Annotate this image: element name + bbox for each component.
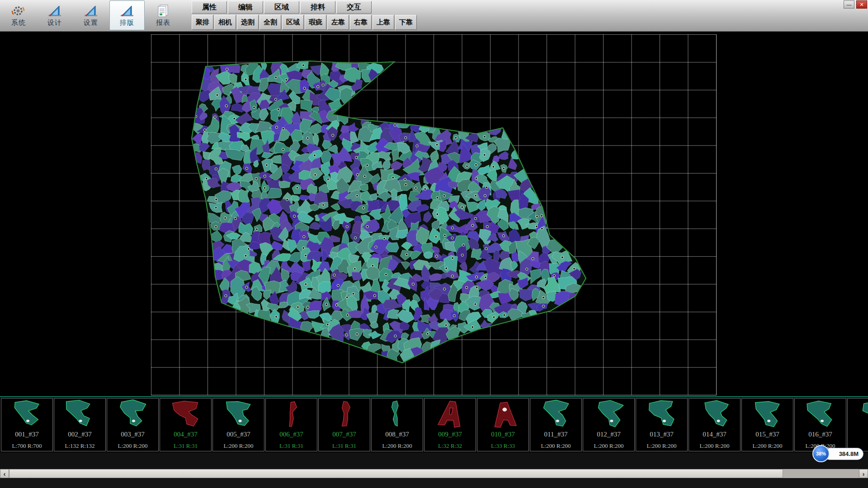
piece-thumbnail-17[interactable] — [847, 398, 868, 451]
nesting-canvas[interactable] — [0, 32, 868, 396]
tool-button-6[interactable]: 左靠 — [327, 15, 349, 30]
report-icon — [156, 4, 170, 18]
piece-thumbnail-14[interactable]: 014_#37L:200 R:200 — [689, 398, 741, 451]
leather-hide-layout — [0, 32, 868, 396]
toolbar-area: 系统设计设置排版报表 属性编辑区域排料交互 聚排相机选割全割区域瑕疵左靠右靠上靠… — [0, 0, 868, 32]
piece-thumbnail-16[interactable]: 016_#37L:200 R:200 — [794, 398, 846, 451]
tool-button-1[interactable]: 相机 — [214, 15, 236, 30]
piece-lr-count: L:33 R:33 — [491, 442, 515, 450]
app-toolbar-label: 排版 — [120, 19, 134, 27]
tool-button-8[interactable]: 上靠 — [373, 15, 394, 30]
piece-shape — [267, 399, 316, 430]
tool-button-0[interactable]: 聚排 — [192, 15, 213, 30]
piece-thumbnail-11[interactable]: 011_#37L:200 R:200 — [530, 398, 582, 451]
piece-thumbnail-2[interactable]: 002_#37L:132 R:132 — [54, 398, 106, 451]
progress-percent-badge: 38% — [812, 445, 830, 462]
app-toolbar-label: 设置 — [84, 19, 98, 27]
menu-tab-3[interactable]: 排料 — [300, 1, 335, 14]
app-toolbar: 系统设计设置排版报表 — [1, 0, 182, 31]
piece-label: 014_#37 — [703, 431, 726, 438]
scroll-left-arrow[interactable]: ‹ — [0, 469, 9, 478]
tool-button-3[interactable]: 全割 — [259, 15, 281, 30]
piece-lr-count: L:200 R:200 — [118, 442, 147, 450]
piece-label: 010_#37 — [491, 431, 515, 438]
piece-thumbnail-12[interactable]: 012_#37L:200 R:200 — [583, 398, 635, 451]
piece-lr-count: L:200 R:200 — [752, 442, 782, 450]
settings-icon — [84, 4, 98, 18]
piece-thumbnail-10[interactable]: 010_#37L:33 R:33 — [477, 398, 529, 451]
pieces-panel: 001_#37L:700 R:700002_#37L:132 R:132003_… — [0, 396, 868, 452]
piece-thumbnail-5[interactable]: 005_#37L:200 R:200 — [212, 398, 264, 451]
window-controls: — ✕ — [844, 0, 867, 9]
menu-area: 属性编辑区域排料交互 聚排相机选割全割区域瑕疵左靠右靠上靠下靠 — [192, 0, 418, 30]
piece-lr-count: L:200 R:200 — [646, 442, 676, 450]
piece-label: 007_#37 — [332, 431, 356, 438]
menu-tab-0[interactable]: 属性 — [192, 1, 227, 14]
scrollbar-thumb[interactable] — [9, 469, 783, 478]
piece-lr-count: L:700 R:700 — [12, 442, 42, 450]
piece-label: 006_#37 — [279, 431, 303, 438]
piece-shape — [320, 399, 369, 430]
piece-thumbnail-15[interactable]: 015_#37L:200 R:200 — [741, 398, 793, 451]
piece-thumbnail-4[interactable]: 004_#37L:31 R:31 — [160, 398, 212, 451]
piece-label: 003_#37 — [121, 431, 145, 438]
piece-thumbnail-9[interactable]: 009_#37L:32 R:32 — [424, 398, 476, 451]
app-toolbar-settings[interactable]: 设置 — [73, 0, 108, 30]
piece-thumbnail-7[interactable]: 007_#37L:31 R:31 — [318, 398, 370, 451]
piece-shape — [108, 399, 157, 430]
design-icon — [47, 4, 62, 18]
menu-tab-2[interactable]: 区域 — [264, 1, 299, 14]
piece-thumbnail-3[interactable]: 003_#37L:200 R:200 — [107, 398, 159, 451]
piece-lr-count: L:31 R:31 — [174, 442, 198, 450]
piece-thumbnail-6[interactable]: 006_#37L:31 R:31 — [265, 398, 317, 451]
bottom-strip — [0, 478, 868, 488]
piece-shape — [56, 399, 104, 430]
app-toolbar-gear[interactable]: 系统 — [1, 0, 36, 30]
app-toolbar-nesting[interactable]: 排版 — [109, 0, 145, 30]
piece-shape — [479, 399, 528, 430]
piece-lr-count: L:32 R:32 — [438, 442, 462, 450]
piece-label: 012_#37 — [597, 431, 621, 438]
piece-lr-count: L:31 R:31 — [279, 442, 303, 450]
horizontal-scrollbar[interactable]: ‹ › — [0, 469, 868, 478]
menu-tab-1[interactable]: 编辑 — [228, 1, 263, 14]
tool-button-4[interactable]: 区域 — [282, 15, 304, 30]
app-toolbar-label: 报表 — [156, 19, 170, 27]
app-toolbar-label: 系统 — [11, 19, 26, 27]
piece-label: 013_#37 — [650, 431, 674, 438]
piece-lr-count: L:200 R:200 — [699, 442, 729, 450]
piece-thumbnail-8[interactable]: 008_#37L:200 R:200 — [371, 398, 423, 451]
piece-shape — [690, 399, 739, 430]
tool-button-2[interactable]: 选割 — [237, 15, 259, 30]
piece-shape — [637, 399, 686, 430]
nesting-icon — [120, 4, 134, 18]
piece-thumbnail-1[interactable]: 001_#37L:700 R:700 — [1, 398, 53, 451]
piece-lr-count: L:200 R:200 — [594, 442, 623, 450]
piece-lr-count: L:200 R:200 — [382, 442, 412, 450]
app-toolbar-report[interactable]: 报表 — [146, 0, 181, 30]
gear-icon — [11, 4, 26, 18]
piece-shape — [373, 399, 422, 430]
menu-tab-bar: 属性编辑区域排料交互 — [192, 1, 418, 14]
minimize-button[interactable]: — — [844, 0, 854, 9]
close-button[interactable]: ✕ — [856, 0, 867, 9]
piece-thumbnail-13[interactable]: 013_#37L:200 R:200 — [636, 398, 688, 451]
tool-button-9[interactable]: 下靠 — [395, 15, 417, 30]
piece-label: 001_#37 — [15, 431, 39, 438]
piece-shape — [532, 399, 580, 430]
menu-tab-4[interactable]: 交互 — [336, 1, 372, 14]
app-toolbar-design[interactable]: 设计 — [37, 0, 72, 30]
memory-usage: 384.8M — [824, 448, 863, 460]
piece-label: 016_#37 — [808, 431, 832, 438]
app-window: 系统设计设置排版报表 属性编辑区域排料交互 聚排相机选割全割区域瑕疵左靠右靠上靠… — [0, 0, 868, 488]
piece-shape — [585, 399, 633, 430]
piece-label: 011_#37 — [544, 431, 568, 438]
tool-button-5[interactable]: 瑕疵 — [305, 15, 326, 30]
tool-button-7[interactable]: 右靠 — [350, 15, 372, 30]
piece-lr-count: L:132 R:132 — [65, 442, 94, 450]
piece-shape — [214, 399, 263, 430]
piece-shape — [796, 399, 845, 430]
piece-label: 004_#37 — [174, 431, 198, 438]
scroll-right-arrow[interactable]: › — [859, 469, 868, 478]
piece-shape — [3, 399, 52, 430]
